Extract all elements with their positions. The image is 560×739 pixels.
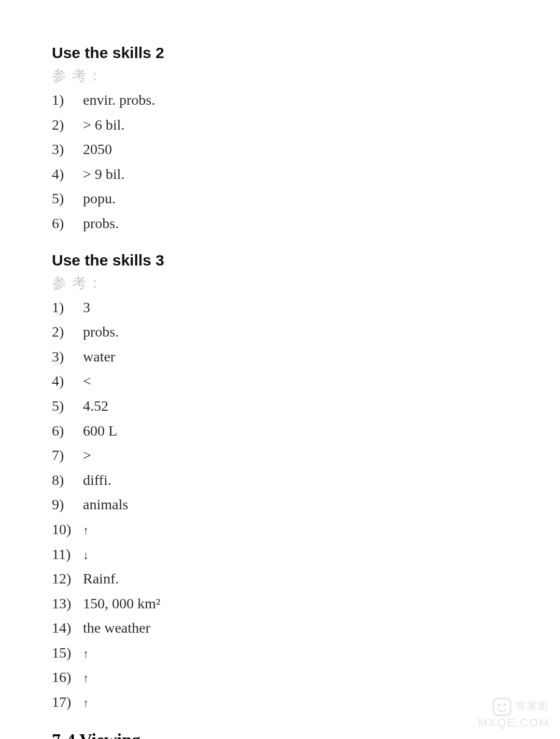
section-title-viewing: 7-4 Viewing: [52, 730, 508, 739]
item-number: 4): [52, 369, 83, 394]
item-number: 15): [52, 640, 83, 665]
answer-list-skills3: 1)3 2)probs. 3)water 4)< 5)4.52 6)600 L …: [52, 295, 508, 715]
item-number: 17): [52, 690, 83, 715]
item-value: the weather: [83, 616, 150, 640]
svg-rect-0: [494, 698, 510, 715]
item-number: 13): [52, 591, 83, 616]
list-item: 1)envir. probs.: [52, 88, 508, 113]
item-number: 3): [52, 137, 83, 162]
section-title-skills2: Use the skills 2: [52, 44, 508, 62]
item-value: probs.: [83, 319, 119, 344]
watermark: 答案图 MXQE.COM: [478, 698, 550, 730]
list-item: 17)↑: [52, 690, 508, 715]
item-value: ↓: [83, 546, 89, 565]
list-item: 14)the weather: [52, 616, 508, 640]
item-value: 600 L: [83, 419, 117, 443]
item-value: 2050: [83, 137, 112, 162]
watermark-line2: MXQE.COM: [478, 716, 550, 730]
item-number: 5): [52, 186, 83, 211]
item-number: 5): [52, 394, 83, 419]
item-number: 11): [52, 542, 83, 567]
item-value: ↑: [83, 668, 89, 688]
watermark-text-top: 答案图: [515, 700, 550, 712]
item-value: > 6 bil.: [83, 113, 124, 137]
list-item: 6)600 L: [52, 419, 508, 443]
item-number: 1): [52, 88, 83, 113]
item-number: 10): [52, 517, 83, 542]
item-value: <: [83, 369, 91, 394]
item-value: Rainf.: [83, 566, 119, 591]
item-number: 16): [52, 665, 83, 690]
item-value: popu.: [83, 186, 116, 211]
item-number: 2): [52, 319, 83, 344]
item-number: 6): [52, 419, 83, 443]
list-item: 10)↑: [52, 517, 508, 542]
item-value: diffi.: [83, 468, 111, 493]
item-number: 9): [52, 492, 83, 517]
list-item: 5)4.52: [52, 394, 508, 419]
item-number: 4): [52, 162, 83, 187]
list-item: 7)>: [52, 443, 508, 468]
list-item: 9)animals: [52, 492, 508, 517]
watermark-icon: [493, 698, 511, 716]
reference-label-skills2: 参 考：: [52, 66, 508, 86]
item-value: ↑: [83, 521, 89, 540]
item-value: >: [83, 443, 91, 468]
list-item: 1)3: [52, 295, 508, 320]
list-item: 12)Rainf.: [52, 566, 508, 591]
item-number: 1): [52, 295, 83, 320]
list-item: 11)↓: [52, 542, 508, 567]
item-value: ↑: [83, 644, 89, 663]
list-item: 4)<: [52, 369, 508, 394]
list-item: 13)150, 000 km²: [52, 591, 508, 616]
watermark-line1: 答案图: [478, 698, 550, 716]
svg-point-1: [498, 703, 500, 706]
section-title-skills3: Use the skills 3: [52, 252, 508, 269]
item-value: 4.52: [83, 394, 108, 419]
reference-label-skills3: 参 考：: [52, 273, 508, 293]
list-item: 3)water: [52, 344, 508, 369]
item-number: 3): [52, 344, 83, 369]
item-value: probs.: [83, 211, 119, 236]
item-number: 2): [52, 113, 83, 137]
svg-point-2: [503, 703, 506, 706]
item-number: 12): [52, 566, 83, 591]
item-value: ↑: [83, 693, 89, 713]
list-item: 4)> 9 bil.: [52, 162, 508, 187]
item-value: envir. probs.: [83, 88, 155, 113]
list-item: 2)> 6 bil.: [52, 113, 508, 137]
list-item: 5)popu.: [52, 186, 508, 211]
list-item: 16)↑: [52, 665, 508, 690]
item-value: 3: [83, 295, 90, 320]
list-item: 3)2050: [52, 137, 508, 162]
list-item: 15)↑: [52, 640, 508, 665]
list-item: 6)probs.: [52, 211, 508, 236]
item-number: 8): [52, 468, 83, 493]
item-value: 150, 000 km²: [83, 591, 160, 616]
item-number: 14): [52, 616, 83, 640]
item-number: 7): [52, 443, 83, 468]
answer-list-skills2: 1)envir. probs. 2)> 6 bil. 3)2050 4)> 9 …: [52, 88, 508, 236]
item-value: water: [83, 344, 115, 369]
item-value: > 9 bil.: [83, 162, 124, 187]
list-item: 8)diffi.: [52, 468, 508, 493]
list-item: 2)probs.: [52, 319, 508, 344]
item-number: 6): [52, 211, 83, 236]
item-value: animals: [83, 492, 128, 517]
